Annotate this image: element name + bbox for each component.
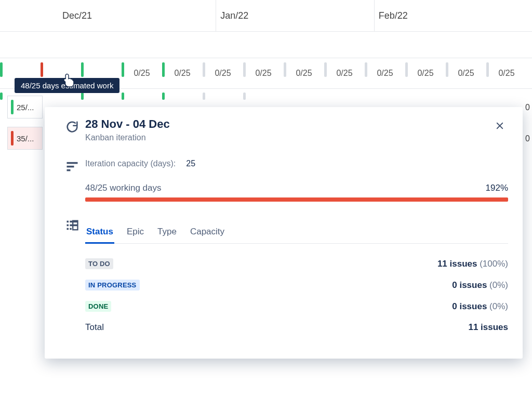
month-label: Jan/22 [216,10,374,21]
svg-rect-4 [67,169,71,171]
overflow-value: 0 [525,134,530,143]
svg-rect-8 [70,225,77,227]
iteration-date-range: 28 Nov - 04 Dec [85,117,491,131]
close-button[interactable] [491,117,508,134]
iteration-chip-stack: 25/... 35/... [7,96,43,158]
iteration-chip[interactable]: 25/... [7,96,43,118]
svg-rect-3 [67,166,74,168]
iteration-chip[interactable]: 35/... [7,127,43,150]
status-pill: TO DO [85,258,113,269]
svg-rect-10 [70,228,72,230]
svg-rect-2 [67,162,78,164]
capacity-value: 25 [186,159,195,168]
capacity-cell[interactable]: 0/25 [203,58,243,88]
timeline-spacer [0,32,532,58]
chip-label: 25/... [17,103,34,112]
status-pill: DONE [85,301,111,312]
capacity-cell[interactable]: 0/25 [162,58,203,88]
tab-epic[interactable]: Epic [126,221,145,243]
overflow-value: 0 [525,103,530,112]
capacity-cell[interactable]: 0/25 [405,58,446,88]
status-row-todo: TO DO 11 issues (100%) [85,253,508,274]
tab-capacity[interactable]: Capacity [189,221,225,243]
chip-label: 35/... [17,134,34,143]
status-row-inprogress: IN PROGRESS 0 issues (0%) [85,274,508,296]
status-bar-icon [11,131,14,146]
svg-rect-5 [67,221,69,223]
capacity-label: Iteration capacity (days): [85,159,176,168]
progress-percent: 192% [486,183,508,193]
month-label: Dec/21 [0,10,216,21]
status-count: 11 issues [437,259,477,269]
status-row-done: DONE 0 issues (0%) [85,296,508,317]
capacity-cell[interactable]: 0/25 [324,58,365,88]
progress-working-days: 48/25 working days [85,183,161,193]
total-value: 11 issues [468,322,508,333]
total-label: Total [85,322,104,333]
status-count: 0 issues [452,280,487,290]
capacity-cell[interactable]: 0/25 [446,58,486,88]
svg-rect-9 [67,228,69,230]
capacity-cell[interactable]: 0/25 [284,58,324,88]
iteration-subtitle: Kanban iteration [85,133,491,142]
tab-type[interactable]: Type [156,221,178,243]
capacity-cell[interactable]: 0/25 [122,58,162,88]
pointer-cursor-icon [61,73,76,87]
capacity-cell[interactable]: 0/25 [365,58,405,88]
filter-icon [59,157,85,174]
status-percent: (0%) [489,301,508,311]
status-count: 0 issues [452,301,487,311]
status-percent: (0%) [489,280,508,290]
status-percent: (100%) [480,259,508,269]
list-icon [59,216,85,233]
iteration-detail-popup: 28 Nov - 04 Dec Kanban iteration Iterati… [45,107,523,359]
progress-bar [85,197,508,202]
status-row-total: Total 11 issues [85,317,508,338]
svg-rect-7 [67,225,69,227]
iteration-icon [59,117,85,134]
status-list: TO DO 11 issues (100%) IN PROGRESS 0 iss… [85,253,508,338]
detail-tabs: Status Epic Type Capacity [85,221,508,244]
capacity-cell[interactable]: 0/25 [243,58,284,88]
month-label: Feb/22 [375,10,532,21]
status-bar-icon [11,100,14,114]
status-pill: IN PROGRESS [85,280,140,291]
capacity-row[interactable]: 0/25 0/25 0/25 0/25 0/25 0/25 0/25 0/25 … [0,58,532,89]
tab-status[interactable]: Status [85,221,114,244]
timeline-month-header: Dec/21 Jan/22 Feb/22 [0,0,532,31]
capacity-cell[interactable]: 0/25 [486,58,527,88]
